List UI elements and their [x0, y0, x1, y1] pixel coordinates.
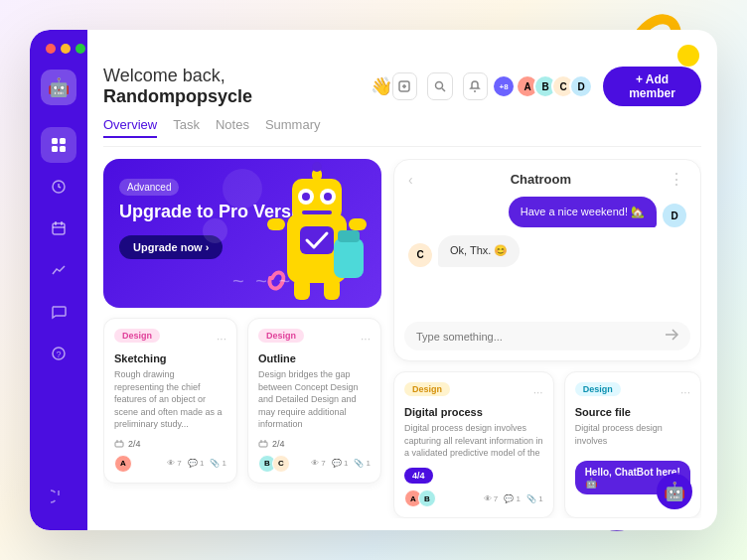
hero-badge: Advanced — [119, 179, 179, 196]
featured-card-1-title: Digital process — [404, 406, 543, 418]
card-outline: Design ··· Outline Design bridges the ga… — [247, 318, 381, 484]
welcome-message: Welcome back, Randompopsycle 👋 — [103, 44, 392, 107]
featured-card-1-progress: 4/4 — [404, 468, 433, 484]
greeting-emoji: 👋 — [371, 75, 392, 97]
tab-notes[interactable]: Notes — [216, 117, 249, 138]
username-label: Randompopsycle — [103, 86, 252, 106]
card-1-more[interactable]: ··· — [217, 332, 226, 346]
chatroom-header: ‹ Chatroom ⋮ — [404, 170, 690, 189]
bottom-cards: Design ··· Digital process Digital proce… — [393, 371, 701, 518]
svg-rect-31 — [334, 238, 364, 278]
svg-rect-5 — [53, 223, 65, 234]
avatar-stack: A B C D — [516, 74, 593, 98]
tab-task[interactable]: Task — [173, 117, 200, 138]
sidebar-power-button[interactable] — [41, 479, 76, 514]
card-1-avatar-1: A — [114, 455, 132, 473]
card-2-desc: Design bridges the gap between Concept D… — [258, 368, 371, 431]
sidebar-item-help[interactable]: ? — [41, 336, 76, 371]
right-column: ‹ Chatroom ⋮ D Have a nice weekend! 🏡 C — [393, 159, 701, 518]
featured-card-1-desc: Digital process design involves capturin… — [404, 422, 543, 460]
decorative-yellow-dot — [677, 45, 699, 67]
sidebar-logo[interactable]: 🤖 — [41, 70, 76, 105]
chat-send-button[interactable] — [665, 328, 678, 345]
maximize-button[interactable] — [75, 44, 85, 54]
card-sketching: Design ··· Sketching Rough drawing repre… — [103, 318, 237, 484]
left-column: Advanced Upgrade to Pro Version. Upgrade… — [103, 159, 381, 518]
card-1-progress-text: 2/4 — [128, 439, 141, 449]
card-digital-process: Design ··· Digital process Digital proce… — [393, 371, 554, 518]
greeting-text: Welcome back, Randompopsycle — [103, 66, 365, 107]
svg-rect-0 — [52, 138, 58, 144]
featured-card-1-badge: Design — [404, 382, 450, 396]
chat-input[interactable] — [416, 331, 657, 343]
sidebar-item-grid[interactable] — [41, 127, 76, 163]
search-button[interactable] — [427, 72, 452, 100]
mini-cards: Design ··· Sketching Rough drawing repre… — [103, 318, 381, 484]
featured-card-2-badge: Design — [575, 382, 621, 396]
svg-point-14 — [435, 82, 442, 89]
sent-bubble: Have a nice weekend! 🏡 — [509, 197, 657, 227]
svg-rect-36 — [259, 442, 267, 447]
svg-rect-2 — [52, 146, 58, 152]
card-1-stats: 👁 7 💬 1 📎 1 — [167, 459, 226, 468]
hero-dots: ~ ~ ~ — [232, 270, 293, 293]
avatar-group: +8 A B C D — [498, 74, 593, 98]
svg-text:?: ? — [57, 350, 62, 359]
card-2-footer: 2/4 — [258, 439, 371, 449]
main-content: Welcome back, Randompopsycle 👋 +8 — [87, 30, 717, 530]
card-1-desc: Rough drawing representing the chief fea… — [114, 368, 226, 431]
card-2-title: Outline — [258, 352, 371, 364]
export-button[interactable] — [392, 72, 417, 100]
svg-rect-23 — [302, 210, 332, 214]
svg-rect-27 — [267, 218, 285, 230]
tab-overview[interactable]: Overview — [103, 117, 157, 138]
svg-rect-3 — [60, 146, 66, 152]
member-count-badge: +8 — [492, 74, 516, 98]
chatroom-title: Chatroom — [511, 172, 571, 187]
chatroom-options[interactable]: ⋮ — [669, 170, 686, 189]
featured-card-1-more[interactable]: ··· — [533, 385, 543, 399]
card-2-badge: Design — [258, 329, 304, 343]
window-controls — [46, 44, 85, 54]
featured-card-2-title: Source file — [575, 406, 690, 418]
card-2-avatar-2: C — [272, 455, 290, 473]
hero-circle-1 — [223, 169, 262, 209]
add-member-button[interactable]: + Add member — [603, 67, 701, 106]
svg-point-25 — [312, 162, 322, 172]
card-2-progress: 2/4 — [258, 439, 285, 449]
tab-summary[interactable]: Summary — [265, 117, 321, 138]
bot-avatar: 🤖 — [657, 474, 692, 509]
hero-card: Advanced Upgrade to Pro Version. Upgrade… — [103, 159, 381, 308]
chat-message-received: C Ok, Thx. 😊 — [408, 235, 686, 266]
fc1-stats: 👁 7 💬 1 📎 1 — [484, 494, 543, 503]
featured-card-2-more[interactable]: ··· — [680, 385, 690, 399]
svg-rect-1 — [60, 138, 66, 144]
card-source-file: Design ··· Source file Digital process d… — [564, 371, 701, 518]
close-button[interactable] — [46, 44, 56, 54]
svg-point-22 — [324, 193, 332, 201]
chat-input-row — [404, 322, 690, 350]
chat-message-sent: D Have a nice weekend! 🏡 — [408, 197, 686, 227]
sidebar-item-chat[interactable] — [41, 294, 76, 330]
minimize-button[interactable] — [61, 44, 71, 54]
svg-rect-29 — [294, 278, 310, 300]
fc1-avatar-2: B — [418, 490, 436, 507]
greeting-label: Welcome back, — [103, 66, 225, 85]
received-bubble: Ok, Thx. 😊 — [438, 235, 520, 266]
card-2-stats: 👁 7 💬 1 📎 1 — [311, 459, 371, 468]
sidebar-item-chart[interactable] — [41, 252, 76, 288]
svg-rect-33 — [115, 442, 123, 447]
sidebar-item-calendar[interactable] — [41, 210, 76, 246]
main-window: 🤖 ? Welcome back, Ra — [30, 30, 717, 530]
card-2-progress-text: 2/4 — [272, 439, 285, 449]
notification-button[interactable] — [463, 72, 488, 100]
chatroom-back[interactable]: ‹ — [408, 172, 413, 188]
sidebar-item-clock[interactable] — [41, 169, 76, 205]
svg-line-15 — [442, 88, 445, 91]
tabs: Overview Task Notes Summary — [103, 117, 701, 147]
card-2-more[interactable]: ··· — [361, 332, 371, 346]
chat-messages: D Have a nice weekend! 🏡 C Ok, Thx. 😊 — [404, 197, 690, 314]
header: Welcome back, Randompopsycle 👋 +8 — [103, 44, 701, 107]
card-1-progress: 2/4 — [114, 439, 141, 449]
chatroom-panel: ‹ Chatroom ⋮ D Have a nice weekend! 🏡 C — [393, 159, 701, 361]
